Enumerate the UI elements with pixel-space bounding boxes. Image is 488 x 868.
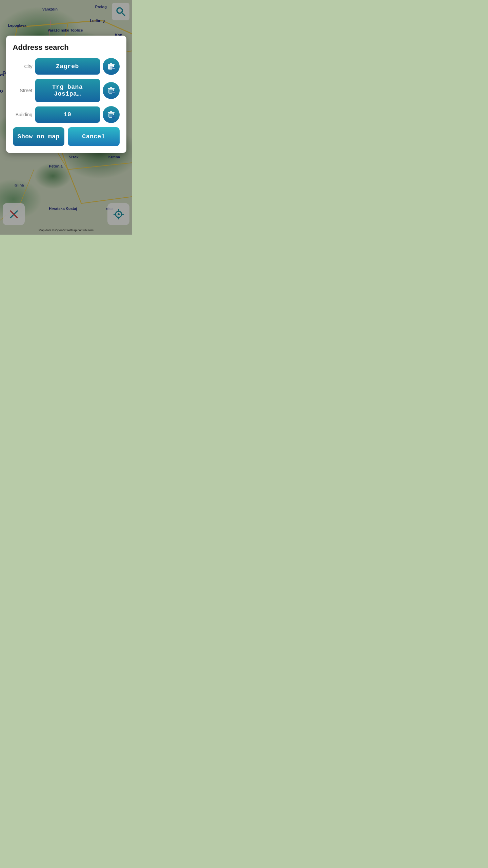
svg-rect-46 (108, 112, 115, 113)
svg-rect-47 (110, 111, 112, 112)
city-delete-button[interactable] (103, 58, 120, 75)
action-buttons-row: Show on map Cancel (13, 127, 120, 146)
show-on-map-button[interactable]: Show on map (13, 127, 65, 146)
dialog-title: Address search (13, 43, 120, 52)
city-label: City (13, 64, 33, 69)
svg-rect-38 (108, 88, 115, 89)
svg-rect-31 (110, 63, 112, 64)
city-field-row: City Zagreb (13, 58, 120, 75)
building-label: Building (13, 112, 33, 117)
street-label: Street (13, 88, 33, 93)
street-field-row: Street Trg bana Josipa… (13, 79, 120, 102)
city-input-button[interactable]: Zagreb (35, 58, 100, 75)
building-field-row: Building 10 (13, 106, 120, 123)
cancel-button[interactable]: Cancel (68, 127, 120, 146)
street-input-button[interactable]: Trg bana Josipa… (35, 79, 100, 102)
address-search-dialog: Address search City Zagreb (6, 36, 126, 153)
dialog-overlay: Address search City Zagreb (0, 0, 132, 235)
svg-rect-30 (108, 64, 115, 65)
svg-rect-39 (110, 87, 112, 88)
building-delete-button[interactable] (103, 106, 120, 123)
street-delete-button[interactable] (103, 82, 120, 99)
building-input-button[interactable]: 10 (35, 106, 100, 123)
